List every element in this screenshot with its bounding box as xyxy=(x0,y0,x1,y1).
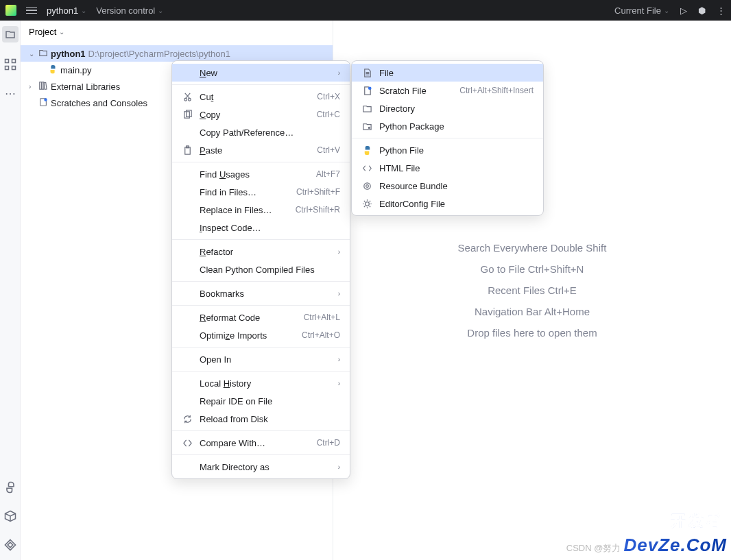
project-tool-icon[interactable] xyxy=(2,26,19,42)
menu-item-copy[interactable]: CopyCtrl+C xyxy=(172,106,350,123)
external-label: External Libraries xyxy=(51,82,120,92)
menu-label: Reload from Disk xyxy=(200,414,340,424)
svg-point-21 xyxy=(365,202,369,206)
svg-marker-5 xyxy=(8,542,13,548)
menu-label: Python File xyxy=(379,145,534,156)
debug-icon[interactable]: ⬢ xyxy=(698,5,706,16)
menu-item-resource-bundle[interactable]: Resource Bundle xyxy=(352,177,543,195)
more-icon[interactable]: ⋮ xyxy=(717,5,726,16)
packages-icon[interactable] xyxy=(3,509,17,523)
run-config-dropdown[interactable]: Current File⌄ xyxy=(614,5,669,16)
menu-label: Repair IDE on File xyxy=(200,396,340,406)
structure-tool-icon[interactable] xyxy=(3,58,17,71)
project-name-dropdown[interactable]: python1⌄ xyxy=(47,5,86,16)
menu-item-open-in[interactable]: Open In› xyxy=(172,350,350,368)
menu-item-local-history[interactable]: Local History› xyxy=(172,374,350,392)
menu-item-bookmarks[interactable]: Bookmarks› xyxy=(172,284,350,302)
version-control-dropdown[interactable]: Version control⌄ xyxy=(96,5,163,16)
dir-icon xyxy=(361,104,372,114)
menu-label: Paste xyxy=(200,145,310,156)
project-root-label: python1 xyxy=(51,49,86,59)
python-file-icon xyxy=(48,64,58,76)
menu-item-editorconfig-file[interactable]: EditorConfig File xyxy=(352,195,543,212)
menu-item-find-usages[interactable]: Find UsagesAlt+F7 xyxy=(172,165,350,183)
chevron-down-icon: ⌄ xyxy=(664,7,669,14)
left-toolstrip: ⋯ xyxy=(0,21,21,560)
sidebar-header[interactable]: Project⌄ xyxy=(21,21,333,42)
menu-item-python-file[interactable]: Python File xyxy=(352,141,543,159)
menu-label: Find in Files… xyxy=(200,187,289,197)
shortcut-label: Ctrl+Alt+O xyxy=(302,330,340,340)
chevron-right-icon: › xyxy=(338,290,340,297)
menu-label: Python Package xyxy=(379,121,534,132)
menu-item-reload-from-disk[interactable]: Reload from Disk xyxy=(172,410,350,428)
menu-item-mark-directory-as[interactable]: Mark Directory as› xyxy=(172,458,350,476)
reload-icon xyxy=(182,414,193,424)
menu-label: New xyxy=(200,68,331,78)
services-icon[interactable] xyxy=(3,538,17,552)
menu-label: Open In xyxy=(200,354,331,365)
chevron-right-icon: › xyxy=(338,356,340,363)
compare-icon xyxy=(182,438,193,448)
more-tool-icon[interactable]: ⋯ xyxy=(3,86,17,100)
menu-label: Inspect Code… xyxy=(200,223,340,233)
svg-rect-6 xyxy=(40,82,42,89)
menu-item-scratch-file[interactable]: Scratch FileCtrl+Alt+Shift+Insert xyxy=(352,82,543,99)
hint-drop: Drop files here to open them xyxy=(467,327,597,339)
menu-label: Copy xyxy=(200,110,310,120)
chevron-right-icon: › xyxy=(338,248,340,256)
menu-label: Find Usages xyxy=(200,169,309,180)
app-logo-icon xyxy=(5,5,16,16)
menu-label: Compare With… xyxy=(200,438,310,448)
menu-label: Replace in Files… xyxy=(200,205,289,215)
menu-item-refactor[interactable]: Refactor› xyxy=(172,243,350,260)
menu-item-python-package[interactable]: Python Package xyxy=(352,117,543,135)
menu-label: Directory xyxy=(379,104,534,114)
run-icon[interactable]: ▷ xyxy=(680,5,687,16)
shortcut-label: Alt+F7 xyxy=(316,169,340,179)
menu-label: Clean Python Compiled Files xyxy=(200,265,340,275)
file-icon xyxy=(361,68,372,78)
project-root-node[interactable]: ⌄ python1 D:\project\PycharmProjects\pyt… xyxy=(21,45,333,62)
menu-item-file[interactable]: File xyxy=(352,64,543,82)
menu-item-directory[interactable]: Directory xyxy=(352,99,543,117)
menu-item-cut[interactable]: CutCtrl+X xyxy=(172,88,350,106)
context-menu: New›CutCtrl+XCopyCtrl+CCopy Path/Referen… xyxy=(171,60,350,479)
shortcut-label: Ctrl+Shift+F xyxy=(296,187,340,197)
chevron-right-icon: › xyxy=(338,380,340,387)
menu-item-html-file[interactable]: HTML File xyxy=(352,159,543,177)
main-menu-button[interactable] xyxy=(26,7,37,14)
menu-item-clean-python-compiled-files[interactable]: Clean Python Compiled Files xyxy=(172,260,350,278)
menu-item-paste[interactable]: PasteCtrl+V xyxy=(172,141,350,159)
chevron-right-icon: › xyxy=(338,69,340,77)
svg-point-18 xyxy=(368,127,370,128)
watermark: CSDN @努力 DevZe.CoM xyxy=(566,535,727,556)
project-root-path: D:\project\PycharmProjects\python1 xyxy=(88,49,230,59)
svg-point-17 xyxy=(368,86,371,90)
svg-rect-8 xyxy=(44,82,47,89)
scratch-icon xyxy=(361,86,372,96)
menu-item-inspect-code-[interactable]: Inspect Code… xyxy=(172,219,350,236)
shortcut-label: Ctrl+V xyxy=(317,145,340,155)
menu-item-repair-ide-on-file[interactable]: Repair IDE on File xyxy=(172,392,350,410)
menu-label: Mark Directory as xyxy=(200,462,331,472)
chevron-down-icon: ⌄ xyxy=(158,7,163,14)
menu-item-find-in-files-[interactable]: Find in Files…Ctrl+Shift+F xyxy=(172,183,350,201)
titlebar: python1⌄ Version control⌄ Current File⌄ … xyxy=(0,0,731,21)
menu-label: File xyxy=(379,68,534,78)
menu-label: Reformat Code xyxy=(200,313,297,323)
menu-item-reformat-code[interactable]: Reformat CodeCtrl+Alt+L xyxy=(172,308,350,326)
menu-item-new[interactable]: New› xyxy=(172,64,350,82)
menu-item-optimize-imports[interactable]: Optimize ImportsCtrl+Alt+O xyxy=(172,326,350,344)
python-console-icon[interactable] xyxy=(3,480,17,494)
svg-point-19 xyxy=(363,182,370,188)
watermark-cn: 开发者 xyxy=(671,511,724,531)
cfg-icon xyxy=(361,199,372,209)
folder-icon xyxy=(38,48,48,60)
menu-item-compare-with-[interactable]: Compare With…Ctrl+D xyxy=(172,434,350,452)
shortcut-label: Ctrl+C xyxy=(317,110,340,119)
svg-rect-1 xyxy=(12,60,15,63)
menu-item-replace-in-files-[interactable]: Replace in Files…Ctrl+Shift+R xyxy=(172,201,350,219)
menu-label: Copy Path/Reference… xyxy=(200,127,340,138)
menu-item-copy-path-reference-[interactable]: Copy Path/Reference… xyxy=(172,123,350,141)
